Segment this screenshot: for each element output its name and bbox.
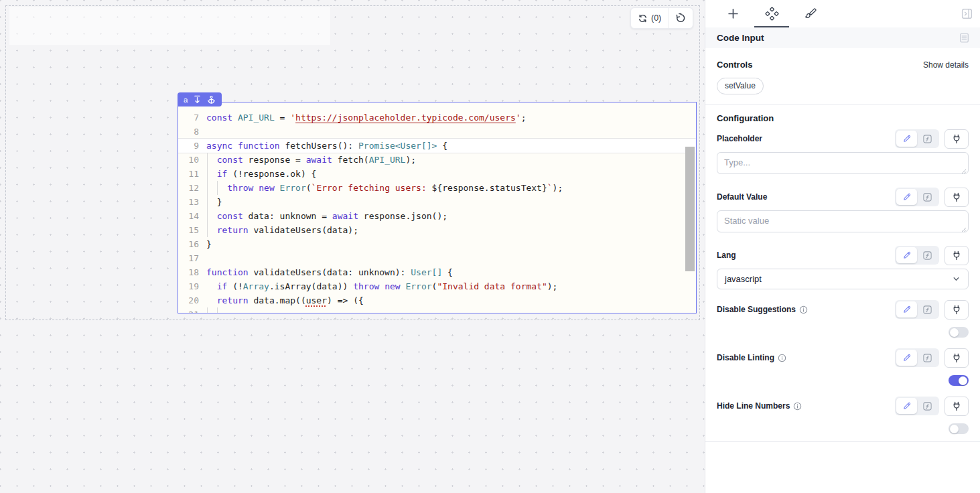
expression-mode-button[interactable] <box>917 189 938 205</box>
expression-mode-button[interactable] <box>917 301 938 318</box>
code-editor-content[interactable]: 67const API_URL = 'https://jsonplacehold… <box>178 102 696 313</box>
plus-icon <box>727 7 740 20</box>
bind-data-button[interactable] <box>944 188 969 207</box>
tab-insert[interactable] <box>713 0 752 27</box>
code-line[interactable]: 18function validateUsers(data: unknown):… <box>178 265 696 279</box>
property-row: Disable Linting <box>717 348 969 386</box>
widget-name-tag[interactable]: a <box>178 92 222 107</box>
expression-mode-button[interactable] <box>917 131 938 147</box>
bind-data-button[interactable] <box>944 397 969 416</box>
code-line[interactable]: 10 const response = await fetch(API_URL)… <box>178 153 696 167</box>
literal-mode-button[interactable] <box>896 398 917 414</box>
panel-body: Controls Show details setValue Configura… <box>705 60 980 442</box>
property-controls <box>895 348 969 368</box>
property-controls <box>895 300 969 320</box>
code-line[interactable]: 12 throw new Error(`Error fetching users… <box>178 181 696 195</box>
property-row: Lang <box>717 246 969 289</box>
undo-count: (0) <box>651 13 661 23</box>
line-number: 7 <box>178 111 205 125</box>
widget-title: Code Input <box>717 33 764 43</box>
literal-mode-button[interactable] <box>896 247 917 263</box>
property-controls <box>895 246 969 265</box>
tab-components[interactable] <box>752 0 791 27</box>
docs-icon[interactable] <box>959 32 970 44</box>
tab-styles[interactable] <box>791 0 830 27</box>
setvalue-button[interactable]: setValue <box>717 78 764 94</box>
canvas-history-toolbar: (0) <box>630 7 693 29</box>
property-label: Default Value <box>717 192 767 202</box>
line-number: 18 <box>178 265 205 279</box>
value-mode-switch <box>895 300 939 319</box>
code-line[interactable]: 15 return validateUsers(data); <box>178 223 696 237</box>
expression-mode-button[interactable] <box>917 398 938 414</box>
bind-data-button[interactable] <box>944 129 969 149</box>
code-line[interactable]: 8 <box>178 125 696 139</box>
property-textarea[interactable] <box>717 210 969 232</box>
property-label: Placeholder <box>717 134 762 143</box>
property-toggle[interactable] <box>949 375 969 386</box>
code-line[interactable]: 14 const data: unknown = await response.… <box>178 209 696 223</box>
property-toggle[interactable] <box>949 423 969 434</box>
expand-panel-icon[interactable] <box>961 7 973 20</box>
refresh-button[interactable]: (0) <box>631 8 668 28</box>
section-divider <box>705 104 980 104</box>
code-line[interactable]: 20 return data.map((user) => ({ <box>178 293 696 307</box>
widget-title-bar: Code Input <box>705 27 980 48</box>
bind-data-button[interactable] <box>944 300 969 320</box>
code-editor-widget[interactable]: 67const API_URL = 'https://jsonplacehold… <box>178 102 697 313</box>
auto-height-icon[interactable] <box>194 95 201 104</box>
property-controls <box>895 129 969 149</box>
editor-scrollbar[interactable] <box>685 147 695 271</box>
line-number: 13 <box>178 195 205 209</box>
property-select[interactable]: javascript <box>717 269 969 289</box>
code-line[interactable]: 17 <box>178 251 696 265</box>
property-toggle[interactable] <box>949 327 969 338</box>
property-controls <box>895 188 969 207</box>
value-mode-switch <box>895 397 939 415</box>
line-number: 16 <box>178 237 205 251</box>
property-label: Lang <box>717 251 736 260</box>
literal-mode-button[interactable] <box>896 350 917 366</box>
expression-mode-button[interactable] <box>917 350 938 366</box>
literal-mode-button[interactable] <box>896 131 917 147</box>
anchor-icon[interactable] <box>207 95 216 104</box>
info-icon[interactable] <box>793 402 802 411</box>
value-mode-switch <box>895 348 939 367</box>
info-icon[interactable] <box>778 354 786 362</box>
code-line[interactable]: 9async function fetchUsers(): Promise<Us… <box>178 138 696 153</box>
literal-mode-button[interactable] <box>896 189 917 205</box>
line-number: 9 <box>178 139 205 153</box>
configuration-properties: Placeholder <box>717 129 969 434</box>
line-number: 10 <box>178 153 205 167</box>
code-line[interactable]: 6 <box>178 102 696 111</box>
bind-data-button[interactable] <box>944 246 969 265</box>
value-mode-switch <box>895 129 939 148</box>
code-line[interactable]: 19 if (!Array.isArray(data)) throw new E… <box>178 279 696 293</box>
property-row: Hide Line Numbers <box>717 397 969 434</box>
controls-section-header: Controls Show details <box>717 60 969 70</box>
app-canvas[interactable]: (0) a 67const API_URL = 'https://jsonpla… <box>0 0 705 493</box>
code-line[interactable]: 11 if (!response.ok) { <box>178 167 696 181</box>
code-line[interactable]: 13 } <box>178 195 696 209</box>
panel-tabbar <box>705 0 980 27</box>
configuration-heading: Configuration <box>717 113 969 123</box>
show-details-link[interactable]: Show details <box>923 60 969 70</box>
expression-mode-button[interactable] <box>917 247 938 263</box>
literal-mode-button[interactable] <box>896 301 917 318</box>
line-number: 14 <box>178 209 205 223</box>
code-line[interactable]: 16} <box>178 237 696 251</box>
code-line[interactable]: 7const API_URL = 'https://jsonplaceholde… <box>178 111 696 125</box>
widget-name: a <box>184 96 188 104</box>
property-row: Disable Suggestions <box>717 300 969 338</box>
code-line[interactable]: 21 <box>178 307 696 313</box>
property-textarea[interactable] <box>717 152 969 174</box>
line-number: 15 <box>178 223 205 237</box>
canvas-highlight-region <box>9 7 330 45</box>
history-icon <box>675 13 686 23</box>
components-icon <box>765 7 779 21</box>
line-number: 17 <box>178 251 205 265</box>
property-row: Default Value <box>717 188 969 235</box>
info-icon[interactable] <box>799 305 808 314</box>
history-button[interactable] <box>668 8 693 28</box>
bind-data-button[interactable] <box>944 348 969 368</box>
